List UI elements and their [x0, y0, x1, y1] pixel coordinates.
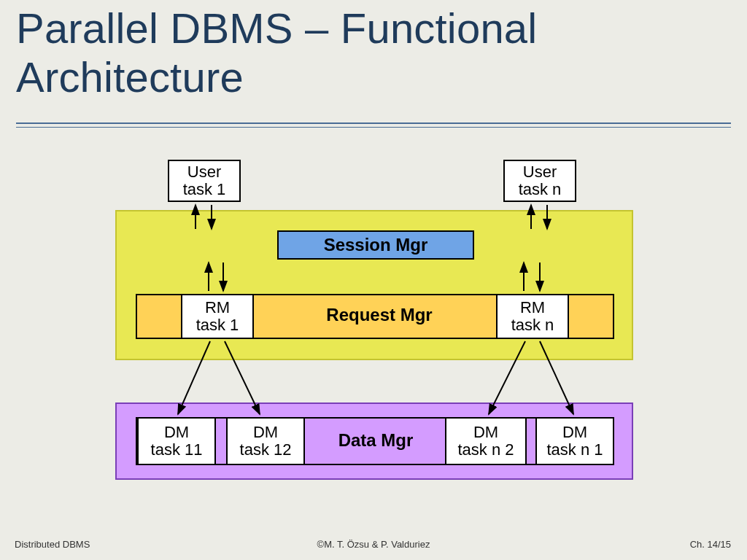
user-task-n-box: User task n: [503, 160, 576, 202]
session-mgr-label: Session Mgr: [324, 235, 428, 255]
dm-task-11-text: DM task 11: [151, 424, 203, 459]
footer-center: ©M. T. Özsu & P. Valduriez: [0, 539, 747, 550]
dm-task-n1-text: DM task n 1: [546, 424, 603, 459]
dm-task-n1-box: DM task n 1: [535, 417, 614, 465]
data-mgr-label: Data Mgr: [321, 430, 430, 451]
dm-task-12-box: DM task 12: [226, 417, 305, 465]
request-mgr-label: Request Mgr: [306, 305, 452, 325]
user-task-1-box: User task 1: [168, 160, 241, 202]
dm-task-12-text: DM task 12: [240, 424, 292, 459]
rm-task-1-box: RM task 1: [181, 294, 254, 339]
rm-task-n-box: RM task n: [496, 294, 569, 339]
title-line-1: Parallel DBMS – Functional: [16, 4, 537, 52]
title-rule-thick: [16, 122, 731, 124]
session-mgr-strip: Session Mgr: [277, 230, 474, 260]
dm-task-11-box: DM task 11: [137, 417, 216, 465]
rm-task-1-text: RM task 1: [196, 299, 239, 334]
title-line-2: Architecture: [16, 53, 244, 101]
user-task-n-text: User task n: [519, 163, 562, 198]
dm-task-n2-box: DM task n 2: [445, 417, 527, 465]
dm-task-n2-text: DM task n 2: [457, 424, 514, 459]
title-rule-thin: [16, 127, 731, 128]
slide-title: Parallel DBMS – Functional Architecture: [16, 4, 537, 101]
footer-right: Ch. 14/15: [690, 539, 731, 550]
user-task-1-text: User task 1: [183, 163, 226, 198]
rm-task-n-text: RM task n: [511, 299, 554, 334]
